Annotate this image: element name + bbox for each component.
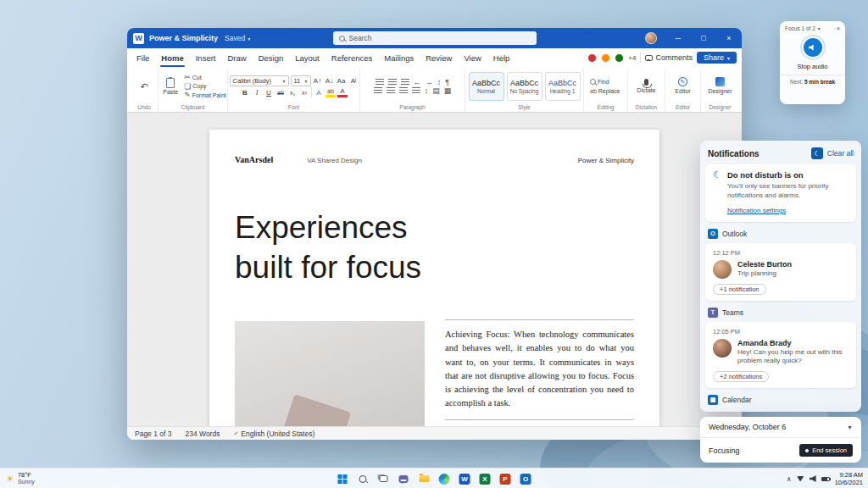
bullets-button[interactable] bbox=[376, 79, 384, 86]
account-avatar[interactable] bbox=[645, 32, 657, 44]
designer-button[interactable]: Designer bbox=[708, 87, 732, 95]
tab-help[interactable]: Help bbox=[487, 48, 516, 67]
document-page[interactable]: VanArsdel VA Shared Design Power & Simpl… bbox=[209, 130, 659, 426]
focus-widget-close[interactable]: × bbox=[837, 25, 840, 31]
tray-overflow-chevron-icon[interactable]: ∧ bbox=[787, 475, 792, 483]
highlight-button[interactable]: ab bbox=[326, 88, 336, 97]
tab-design[interactable]: Design bbox=[253, 48, 290, 67]
end-session-button[interactable]: End session bbox=[799, 444, 853, 457]
clear-formatting-button[interactable]: A̸ bbox=[348, 75, 359, 86]
close-button[interactable]: × bbox=[716, 28, 742, 48]
status-language[interactable]: ✓English (United States) bbox=[233, 430, 314, 438]
edge-button[interactable] bbox=[438, 473, 451, 485]
tab-layout[interactable]: Layout bbox=[289, 48, 326, 67]
tab-insert[interactable]: Insert bbox=[190, 48, 222, 67]
volume-icon[interactable] bbox=[810, 475, 816, 482]
tab-home[interactable]: Home bbox=[155, 48, 189, 67]
format-painter-button[interactable]: ✎Format Paint bbox=[184, 92, 226, 99]
paste-button[interactable]: Paste bbox=[159, 77, 181, 96]
tab-mailings[interactable]: Mailings bbox=[378, 48, 420, 67]
notification-count-badge[interactable]: +2 notifications bbox=[713, 371, 769, 382]
notification-settings-link[interactable]: Notification settings bbox=[727, 207, 786, 214]
chevron-down-icon[interactable]: ▼ bbox=[847, 424, 853, 430]
collaborator-overflow[interactable]: +4 bbox=[628, 54, 636, 62]
save-status-dropdown[interactable]: Saved ▾ bbox=[225, 34, 250, 42]
status-page[interactable]: Page 1 of 3 bbox=[135, 430, 171, 438]
font-size-select[interactable]: 11▾ bbox=[291, 75, 311, 86]
decrease-indent-button[interactable]: ← bbox=[414, 79, 421, 86]
line-spacing-button[interactable]: ↕ bbox=[425, 87, 429, 95]
font-color-button[interactable]: A bbox=[337, 88, 348, 97]
maximize-button[interactable]: □ bbox=[691, 28, 716, 48]
shading-button[interactable]: ▤ bbox=[432, 87, 440, 95]
increase-indent-button[interactable]: → bbox=[426, 79, 433, 86]
titlebar-search[interactable]: Search bbox=[333, 31, 537, 45]
document-canvas[interactable]: VanArsdel VA Shared Design Power & Simpl… bbox=[127, 113, 742, 426]
teams-notification-card[interactable]: 12:05 PM Amanda Brady Hey! Can you help … bbox=[705, 322, 856, 389]
taskbar-weather[interactable]: ☀ 78°F Sunny bbox=[6, 469, 35, 488]
tab-references[interactable]: References bbox=[326, 48, 379, 67]
justify-button[interactable] bbox=[412, 87, 420, 94]
do-not-disturb-toggle[interactable]: ☾ bbox=[811, 147, 823, 159]
style-normal[interactable]: AaBbCc Normal bbox=[469, 72, 504, 101]
style-no-spacing[interactable]: AaBbCc No Spacing bbox=[507, 72, 542, 101]
document-image[interactable] bbox=[235, 321, 425, 426]
align-left-button[interactable] bbox=[374, 87, 382, 94]
taskbar-clock[interactable]: 9:28 AM 10/6/2021 bbox=[835, 471, 863, 486]
chevron-down-icon[interactable]: ▾ bbox=[818, 25, 821, 31]
show-paragraph-marks-button[interactable]: ¶ bbox=[445, 79, 449, 86]
sort-button[interactable]: ↕ bbox=[437, 79, 442, 86]
align-center-button[interactable] bbox=[387, 87, 395, 94]
align-right-button[interactable] bbox=[399, 87, 408, 94]
collaborator-avatar[interactable] bbox=[601, 53, 610, 63]
comments-button[interactable]: Comments bbox=[645, 53, 693, 62]
powerpoint-button[interactable]: P bbox=[499, 473, 512, 485]
tab-file[interactable]: File bbox=[131, 48, 155, 67]
wifi-icon[interactable] bbox=[797, 476, 804, 482]
tab-view[interactable]: View bbox=[458, 48, 487, 67]
superscript-button[interactable]: x² bbox=[299, 87, 309, 98]
find-button[interactable]: Find bbox=[590, 78, 609, 86]
search-button[interactable] bbox=[357, 473, 370, 485]
font-name-select[interactable]: Calibri (Body)▾ bbox=[230, 75, 289, 86]
underline-button[interactable]: U bbox=[264, 87, 274, 98]
outlook-button[interactable]: O bbox=[520, 473, 532, 485]
status-word-count[interactable]: 234 Words bbox=[185, 430, 220, 438]
minimize-button[interactable]: ─ bbox=[665, 28, 691, 48]
excel-button[interactable]: X bbox=[479, 473, 492, 485]
outlook-notification-card[interactable]: 12:12 PM Celeste Burton Trip planning +1… bbox=[705, 243, 856, 301]
copy-button[interactable]: ❏Copy bbox=[184, 82, 226, 90]
notification-count-badge[interactable]: +1 notification bbox=[713, 284, 766, 295]
task-view-button[interactable] bbox=[377, 473, 390, 485]
grow-font-button[interactable]: A↑ bbox=[313, 75, 323, 86]
calendar-group-header[interactable]: ▦ Calendar bbox=[705, 393, 856, 407]
share-button[interactable]: Share ▾ bbox=[697, 52, 737, 64]
cut-button[interactable]: ✂Cut bbox=[184, 74, 226, 81]
bold-button[interactable]: B bbox=[240, 87, 250, 98]
multilevel-list-button[interactable] bbox=[401, 79, 409, 86]
dnd-card[interactable]: ☾ Do not disturb is on You'll only see b… bbox=[705, 164, 856, 222]
clear-all-button[interactable]: Clear all bbox=[827, 149, 854, 158]
stop-audio-button[interactable] bbox=[804, 38, 822, 57]
italic-button[interactable]: I bbox=[252, 87, 262, 98]
style-heading-1[interactable]: AaBbCc Heading 1 bbox=[545, 72, 581, 101]
subscript-button[interactable]: x₂ bbox=[287, 87, 298, 98]
change-case-button[interactable]: Aa bbox=[337, 75, 347, 86]
tab-draw[interactable]: Draw bbox=[221, 48, 252, 67]
text-effects-button[interactable]: A bbox=[314, 87, 324, 98]
start-button[interactable] bbox=[337, 473, 349, 485]
outlook-group-header[interactable]: O Outlook bbox=[705, 227, 856, 243]
replace-button[interactable]: abReplace bbox=[590, 87, 620, 95]
file-explorer-button[interactable] bbox=[418, 473, 431, 485]
teams-group-header[interactable]: T Teams bbox=[705, 306, 856, 322]
editor-button[interactable]: Editor bbox=[675, 87, 690, 95]
chat-button[interactable] bbox=[398, 473, 410, 485]
shrink-font-button[interactable]: A↓ bbox=[325, 75, 335, 86]
strikethrough-button[interactable]: ab bbox=[275, 87, 286, 98]
borders-button[interactable]: ▦ bbox=[444, 87, 452, 95]
calendar-date-row[interactable]: Wednesday, October 6 ▼ bbox=[700, 417, 861, 437]
undo-button[interactable]: ↶ bbox=[140, 82, 147, 92]
collaborator-avatar[interactable] bbox=[615, 53, 624, 63]
battery-icon[interactable] bbox=[821, 477, 830, 481]
tab-review[interactable]: Review bbox=[420, 48, 458, 67]
